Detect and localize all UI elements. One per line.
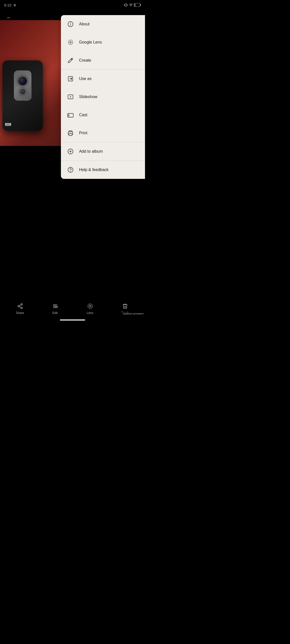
context-menu: About Google Lens Create Use as <box>61 15 145 179</box>
menu-label-slideshow: Slideshow <box>79 95 97 99</box>
menu-item-print[interactable]: Print <box>61 124 145 142</box>
use-as-icon <box>67 75 74 82</box>
svg-point-12 <box>68 116 68 117</box>
menu-label-add-to-album: Add to album <box>79 149 103 154</box>
menu-item-slideshow[interactable]: Slideshow <box>61 88 145 106</box>
menu-item-add-to-album[interactable]: Add to album <box>61 142 145 160</box>
menu-item-google-lens[interactable]: Google Lens <box>61 33 145 51</box>
info-icon <box>67 21 74 28</box>
menu-label-help-feedback: Help & feedback <box>79 168 108 172</box>
menu-item-cast[interactable]: Cast <box>61 106 145 124</box>
menu-label-print: Print <box>79 131 87 135</box>
slideshow-icon <box>67 93 74 100</box>
menu-item-about[interactable]: About <box>61 15 145 33</box>
svg-point-18 <box>70 171 70 171</box>
help-icon <box>67 166 74 173</box>
menu-label-create: Create <box>79 58 91 63</box>
menu-item-help-feedback[interactable]: Help & feedback <box>61 161 145 179</box>
svg-point-7 <box>70 42 71 43</box>
menu-label-about: About <box>79 22 90 26</box>
svg-rect-13 <box>69 134 72 136</box>
create-icon <box>67 57 74 64</box>
svg-rect-11 <box>68 113 73 117</box>
google-lens-icon <box>67 39 74 46</box>
menu-label-cast: Cast <box>79 113 87 117</box>
svg-point-6 <box>68 40 73 45</box>
menu-label-google-lens: Google Lens <box>79 40 102 45</box>
menu-item-create[interactable]: Create <box>61 51 145 69</box>
add-icon <box>67 148 74 155</box>
svg-point-17 <box>68 167 73 172</box>
menu-item-use-as[interactable]: Use as <box>61 70 145 88</box>
menu-label-use-as: Use as <box>79 76 92 81</box>
svg-marker-10 <box>70 96 71 98</box>
print-icon <box>67 130 74 137</box>
home-indicator <box>60 319 85 320</box>
cast-icon <box>67 111 74 118</box>
